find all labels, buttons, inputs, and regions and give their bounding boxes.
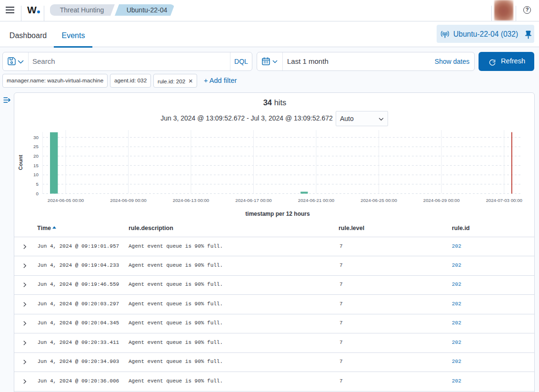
svg-text:2024-06-09 00:00: 2024-06-09 00:00: [110, 198, 147, 203]
svg-text:Count: Count: [18, 155, 23, 170]
svg-text:timestamp per 12 hours: timestamp per 12 hours: [245, 211, 310, 217]
svg-text:2024-06-05 00:00: 2024-06-05 00:00: [48, 198, 84, 203]
svg-text:2024-06-25 00:00: 2024-06-25 00:00: [360, 198, 397, 203]
svg-text:2024-06-29 00:00: 2024-06-29 00:00: [423, 198, 460, 203]
svg-text:10: 10: [33, 172, 39, 177]
svg-text:0: 0: [36, 191, 39, 196]
svg-text:30: 30: [33, 135, 39, 140]
svg-text:20: 20: [33, 153, 39, 159]
svg-text:15: 15: [33, 163, 39, 168]
svg-text:2024-06-17 00:00: 2024-06-17 00:00: [235, 198, 272, 203]
svg-text:2024-06-21 00:00: 2024-06-21 00:00: [298, 198, 335, 203]
svg-text:2024-06-13 00:00: 2024-06-13 00:00: [173, 198, 210, 203]
svg-text:25: 25: [33, 144, 39, 149]
svg-text:2024-07-03 00:00: 2024-07-03 00:00: [486, 198, 522, 203]
svg-text:5: 5: [36, 181, 39, 187]
